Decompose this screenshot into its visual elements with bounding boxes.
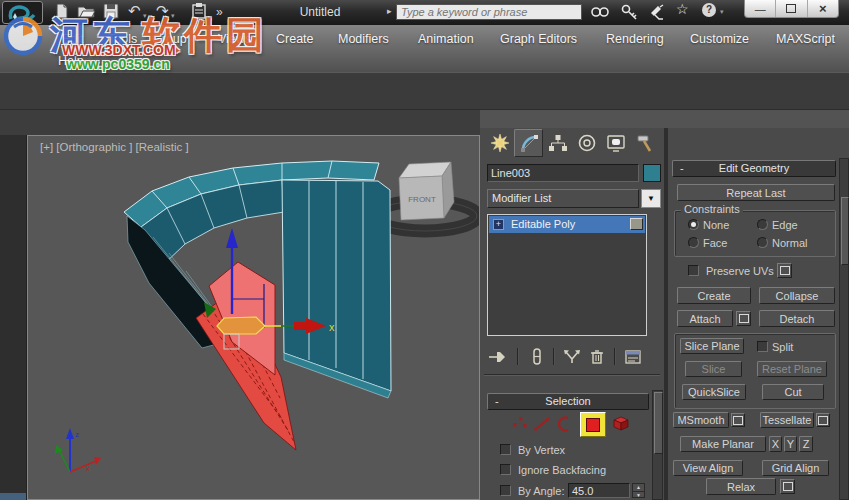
viewport-canvas[interactable]: FRONT [28,136,479,499]
edit-geometry-rollout-header[interactable]: - Edit Geometry [672,160,836,177]
constraint-edge-radio[interactable] [757,219,768,230]
scrollbar-thumb[interactable] [654,392,663,454]
modifier-stack[interactable]: + Editable Poly [487,214,647,336]
polygon-subobject-button-active[interactable] [580,412,606,437]
help-flyout-caret[interactable]: ▾ [720,8,724,16]
slice-plane-button[interactable]: Slice Plane [680,338,744,354]
preserve-uvs-settings-button[interactable] [777,263,792,278]
infocenter-search-icon[interactable] [590,3,610,25]
project-toolbar-icon[interactable] [190,2,208,25]
collapse-button[interactable]: Collapse [759,287,835,304]
restore-button[interactable] [776,0,807,17]
collapse-rollout-icon[interactable]: - [495,394,499,409]
show-end-result-icon[interactable] [528,347,546,366]
make-planar-button[interactable]: Make Planar [680,436,766,452]
spinner-up-icon[interactable]: ▲ [633,484,644,492]
preserve-uvs-checkbox[interactable] [688,265,699,276]
viewport-label[interactable]: [+] [Orthographic ] [Realistic ] [40,141,189,153]
remove-modifier-icon[interactable] [588,347,606,366]
tab-motion[interactable] [572,129,601,157]
menu-modifiers[interactable]: Modifiers [338,32,389,46]
constraint-face-radio[interactable] [688,237,699,248]
open-file-icon[interactable] [76,2,96,25]
view-align-button[interactable]: View Align [673,460,743,476]
menu-tools[interactable]: Tools [108,32,137,46]
edge-subobject-icon[interactable] [533,415,551,433]
spinner-down-icon[interactable]: ▼ [633,492,644,499]
by-angle-spinner[interactable]: ▲ ▼ [632,483,645,498]
by-vertex-checkbox[interactable] [500,444,511,455]
menu-group[interactable]: Group [152,32,187,46]
vertex-subobject-icon[interactable] [511,415,529,433]
stack-onoff-toggle-icon[interactable] [630,218,643,230]
new-scene-icon[interactable] [52,2,70,25]
relax-settings-button[interactable] [780,479,795,494]
tab-create[interactable] [485,129,514,157]
stack-expand-icon[interactable]: + [493,219,504,230]
reset-plane-button[interactable]: Reset Plane [757,361,827,377]
repeat-last-button[interactable]: Repeat Last [677,184,835,201]
left-column-scrollbar[interactable] [652,390,663,500]
menu-graph-editors[interactable]: Graph Editors [500,32,577,46]
tab-hierarchy[interactable] [543,129,572,157]
configure-modifier-sets-icon[interactable] [623,347,643,366]
stack-row-editable-poly[interactable]: + Editable Poly [489,216,645,233]
detach-button[interactable]: Detach [759,310,835,327]
menu-views[interactable]: Views [218,32,251,46]
pin-stack-icon[interactable] [488,348,508,366]
constraint-none-radio[interactable] [688,219,699,230]
modifier-list-dropdown[interactable]: Modifier List [487,189,639,208]
redo-flyout-caret[interactable]: ▾ [171,12,175,20]
menu-create[interactable]: Create [276,32,314,46]
menu-edit[interactable]: Edit [62,32,84,46]
communication-center-icon[interactable] [648,3,668,25]
object-color-swatch[interactable] [643,164,661,182]
slice-button[interactable]: Slice [685,361,742,377]
relax-button[interactable]: Relax [706,478,776,495]
menu-help[interactable]: Help [58,54,84,68]
minimize-button[interactable]: — [745,0,776,17]
menu-maxscript[interactable]: MAXScript [776,32,835,46]
make-planar-x-button[interactable]: X [769,436,782,452]
ignore-backfacing-checkbox[interactable] [500,464,511,475]
title-flyout-arrow[interactable]: ▸ [387,6,392,16]
viewcube[interactable]: FRONT [399,162,454,220]
make-planar-y-button[interactable]: Y [784,436,797,452]
constraint-normal-radio[interactable] [757,237,768,248]
make-unique-icon[interactable] [562,348,582,366]
split-checkbox[interactable] [757,341,768,352]
menu-rendering[interactable]: Rendering [606,32,664,46]
tab-utilities[interactable] [630,129,659,157]
tessellate-button[interactable]: Tessellate [760,412,814,428]
by-angle-checkbox[interactable] [500,485,511,496]
tab-modify[interactable] [514,129,543,157]
msmooth-button[interactable]: MSmooth [673,412,729,428]
make-planar-z-button[interactable]: Z [799,436,813,452]
search-input[interactable] [396,4,582,20]
object-name-field[interactable]: Line003 [487,164,639,182]
toolbar-overflow-icon[interactable]: » [216,2,223,22]
help-icon[interactable]: ? [702,3,716,17]
viewport[interactable]: FRONT [27,135,480,500]
undo-icon[interactable]: ↶ [128,1,141,21]
cut-button[interactable]: Cut [762,384,824,400]
msmooth-settings-button[interactable] [731,413,745,427]
quickslice-button[interactable]: QuickSlice [682,384,746,400]
scrollbar-thumb[interactable] [841,197,849,265]
sign-in-key-icon[interactable] [620,3,640,25]
close-button[interactable]: × [808,0,838,17]
create-button[interactable]: Create [677,287,751,304]
gizmo-plane-handle[interactable] [217,317,265,334]
collapse-rollout-icon[interactable]: - [680,161,684,176]
element-subobject-icon[interactable] [611,413,631,433]
tessellate-settings-button[interactable] [816,413,830,427]
modifier-list-arrow-button[interactable]: ▼ [641,189,661,208]
redo-icon[interactable]: ↷ [156,1,169,21]
tab-display[interactable] [601,129,630,157]
save-file-icon[interactable] [102,2,120,25]
application-menu-button[interactable] [2,1,43,24]
border-subobject-icon[interactable] [555,415,573,433]
grid-align-button[interactable]: Grid Align [762,460,829,476]
undo-flyout-caret[interactable]: ▾ [143,12,147,20]
right-column-scrollbar[interactable] [839,158,849,500]
